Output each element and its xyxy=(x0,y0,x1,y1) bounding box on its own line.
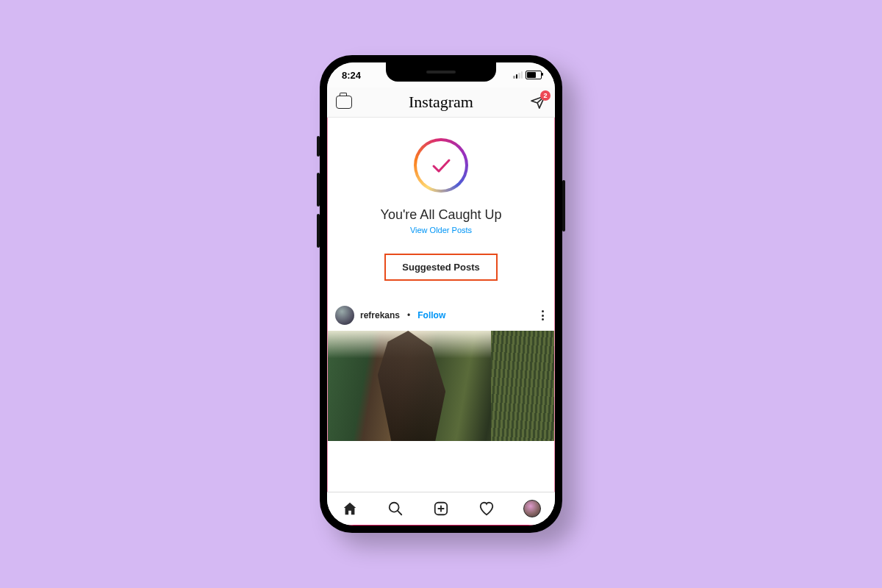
nav-search-button[interactable] xyxy=(387,500,404,517)
dm-badge: 2 xyxy=(540,90,551,101)
bottom-accent-line xyxy=(327,525,555,526)
post-avatar[interactable] xyxy=(335,306,354,325)
checkmark-ring-icon xyxy=(414,138,468,193)
plus-square-icon xyxy=(433,501,449,517)
suggested-posts-label: Suggested Posts xyxy=(384,254,497,281)
direct-messages-button[interactable]: 2 xyxy=(530,95,546,110)
battery-icon xyxy=(526,71,542,79)
speaker-grille xyxy=(426,71,456,74)
camera-icon[interactable] xyxy=(336,96,352,109)
bottom-nav xyxy=(327,492,555,525)
profile-avatar-icon xyxy=(523,500,541,517)
nav-profile-button[interactable] xyxy=(523,500,541,517)
signal-icon xyxy=(513,71,523,79)
app-header: Instagram 2 xyxy=(327,87,555,118)
feed-content[interactable]: You're All Caught Up View Older Posts Su… xyxy=(327,118,555,492)
checkmark-icon xyxy=(426,151,456,180)
svg-line-1 xyxy=(398,511,401,514)
follow-button[interactable]: Follow xyxy=(417,310,445,320)
nav-activity-button[interactable] xyxy=(478,500,495,517)
volume-up-button xyxy=(317,173,320,207)
post-more-button[interactable] xyxy=(539,307,547,323)
status-right xyxy=(513,71,542,79)
power-button xyxy=(562,180,565,232)
phone-frame: 8:24 Instagram 2 You're All Caught xyxy=(320,55,562,533)
nav-home-button[interactable] xyxy=(341,500,359,517)
post-image[interactable] xyxy=(328,331,554,441)
post-username[interactable]: refrekans xyxy=(360,310,400,320)
search-icon xyxy=(387,501,404,517)
caught-up-card: You're All Caught Up View Older Posts Su… xyxy=(328,118,554,300)
nav-new-post-button[interactable] xyxy=(432,500,450,517)
instagram-logo: Instagram xyxy=(409,93,473,112)
post-header: refrekans • Follow xyxy=(328,300,554,331)
status-time: 8:24 xyxy=(342,70,361,81)
volume-down-button xyxy=(317,214,320,248)
caught-up-title: You're All Caught Up xyxy=(381,207,502,223)
heart-icon xyxy=(478,501,495,517)
separator-dot: • xyxy=(407,310,410,320)
notch xyxy=(386,62,496,82)
home-icon xyxy=(342,501,358,517)
view-older-posts-link[interactable]: View Older Posts xyxy=(410,226,472,234)
mute-switch xyxy=(317,136,320,157)
screen: 8:24 Instagram 2 You're All Caught xyxy=(327,62,555,526)
